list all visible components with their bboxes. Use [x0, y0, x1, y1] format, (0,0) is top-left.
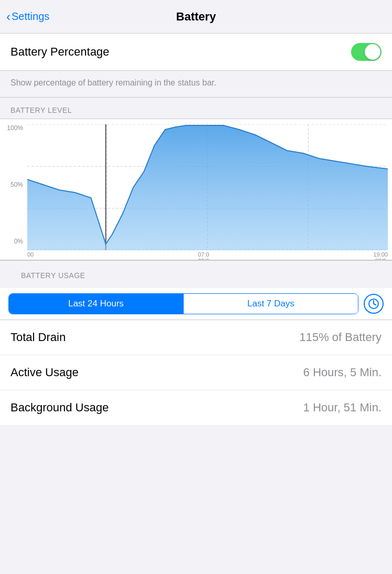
background-usage-label: Background Usage — [10, 401, 109, 414]
battery-percentage-toggle[interactable] — [351, 43, 382, 61]
back-label: Settings — [12, 10, 49, 23]
battery-chart-container: 100% 50% 0% — [0, 119, 392, 260]
description-section: Show percentage of battery remaining in … — [0, 71, 392, 98]
total-drain-label: Total Drain — [10, 331, 66, 344]
x-label-mid: 07:0 02/0 — [198, 251, 209, 260]
navigation-bar: ‹ Settings Battery — [0, 0, 392, 34]
battery-level-header: BATTERY LEVEL — [0, 106, 392, 119]
page-title: Battery — [176, 10, 216, 24]
battery-chart-svg — [27, 124, 388, 250]
y-label-0: 0% — [14, 238, 23, 245]
toggle-knob — [365, 44, 380, 60]
y-label-100: 100% — [7, 124, 23, 132]
x-label-end: 19:00 02/0 — [373, 251, 388, 260]
total-drain-value: 115% of Battery — [299, 331, 382, 344]
total-drain-row: Total Drain 115% of Battery — [0, 320, 392, 355]
time-range-segmented-control[interactable]: Last 24 Hours Last 7 Days — [8, 293, 358, 314]
background-usage-row: Background Usage 1 Hour, 51 Min. — [0, 390, 392, 425]
stats-section: Total Drain 115% of Battery Active Usage… — [0, 320, 392, 425]
last-7-days-button[interactable]: Last 7 Days — [184, 294, 358, 314]
description-text: Show percentage of battery remaining in … — [10, 78, 216, 87]
back-button[interactable]: ‹ Settings — [6, 9, 49, 24]
chart-x-labels: 00 07:0 02/0 19:00 02/0 — [27, 250, 388, 260]
battery-usage-header: BATTERY USAGE — [10, 271, 382, 284]
active-usage-value: 6 Hours, 5 Min. — [303, 366, 382, 379]
battery-percentage-row: Battery Percentage — [0, 34, 392, 70]
x-label-start: 00 — [27, 251, 34, 260]
segmented-control-row: Last 24 Hours Last 7 Days — [0, 288, 392, 320]
clock-icon-button[interactable] — [364, 294, 384, 314]
active-usage-label: Active Usage — [10, 366, 79, 379]
y-label-50: 50% — [10, 181, 23, 188]
background-usage-value: 1 Hour, 51 Min. — [303, 401, 382, 414]
chart-y-labels: 100% 50% 0% — [0, 124, 26, 245]
battery-percentage-label: Battery Percentage — [10, 45, 109, 59]
chevron-left-icon: ‹ — [6, 9, 10, 24]
svg-line-10 — [374, 304, 376, 305]
active-usage-row: Active Usage 6 Hours, 5 Min. — [0, 355, 392, 390]
clock-icon — [368, 298, 379, 310]
battery-usage-section: BATTERY USAGE — [0, 260, 392, 288]
battery-percentage-section: Battery Percentage — [0, 34, 392, 71]
battery-level-section: BATTERY LEVEL 100% 50% 0% — [0, 98, 392, 260]
last-24-hours-button[interactable]: Last 24 Hours — [9, 294, 183, 314]
